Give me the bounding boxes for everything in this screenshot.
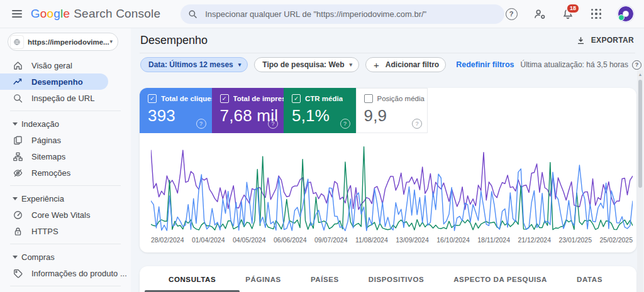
sidebar-section-compras[interactable]: Compras xyxy=(0,249,131,265)
sidebar-item-core-web-vitals[interactable]: Core Web Vitals xyxy=(0,207,131,223)
menu-icon[interactable] xyxy=(12,10,22,18)
x-tick-label: 11/08/2024 xyxy=(355,236,388,244)
metric-tile-total-de-cliques[interactable]: ✓Total de cliques393? xyxy=(140,88,212,133)
sidebar-item-remocoes[interactable]: Remoções xyxy=(0,165,131,181)
sidebar-section-experiencia[interactable]: Experiência xyxy=(0,190,131,207)
filter-bar: Data: Últimos 12 meses▾Tipo de pesquisa:… xyxy=(131,53,644,76)
product-name: Search Console xyxy=(74,7,160,21)
last-update-text: Última atualização: há 3,5 horas xyxy=(521,60,628,69)
metric-tile-ctr-media[interactable]: ✓CTR média5,1%? xyxy=(284,88,356,133)
sidebar-item-desempenho[interactable]: Desempenho xyxy=(0,73,108,90)
search-input[interactable] xyxy=(204,9,497,19)
sidebar-divider xyxy=(10,185,121,186)
tab-aspecto-da-pesquisa[interactable]: ASPECTO DA PESQUISA xyxy=(450,266,551,292)
sidebar-item-informacoes-do-produto[interactable]: Informações do produto ... xyxy=(0,265,131,281)
checkbox-checked-icon[interactable]: ✓ xyxy=(292,94,301,103)
help-icon[interactable]: ? xyxy=(412,119,422,129)
notifications-button[interactable]: 18 xyxy=(561,7,575,21)
sidebar-item-visao-geral[interactable]: Visão geral xyxy=(0,57,131,73)
x-tick-label: 18/11/2024 xyxy=(477,236,510,244)
info-icon[interactable]: ? xyxy=(632,60,641,70)
vertical-scrollbar[interactable]: ▲ xyxy=(637,70,643,292)
google-logo: Google xyxy=(31,7,70,21)
help-icon[interactable]: ? xyxy=(340,119,350,129)
plus-icon: + xyxy=(374,60,379,70)
sidebar-section-indexacao[interactable]: Indexação xyxy=(0,116,131,132)
checkbox-checked-icon[interactable]: ✓ xyxy=(148,94,157,103)
chevron-down-icon: ▾ xyxy=(350,62,353,68)
sidebar-divider xyxy=(10,244,121,244)
sidebar-item-sitemaps[interactable]: Sitemaps xyxy=(0,148,131,165)
x-tick-label: 16/10/2024 xyxy=(436,236,470,244)
x-tick-label: 13/09/2024 xyxy=(396,236,429,244)
sidebar-item-https[interactable]: HTTPS xyxy=(0,223,131,239)
core-web-vitals-icon xyxy=(13,210,23,220)
chevron-down-icon: ▾ xyxy=(109,39,113,45)
removals-icon xyxy=(13,168,23,178)
add-filter-button[interactable]: +Adicionar filtro xyxy=(365,57,446,72)
help-button[interactable]: ? xyxy=(504,7,518,21)
metric-tile-total-de-impresso[interactable]: ✓Total de impressõ...7,68 mil? xyxy=(212,88,284,133)
scroll-up-arrow[interactable]: ▲ xyxy=(637,70,643,77)
x-tick-label: 25/02/2025 xyxy=(599,236,633,244)
pages-icon xyxy=(13,135,23,146)
product-tag-icon xyxy=(13,268,23,279)
url-inspection-searchbar[interactable] xyxy=(180,4,504,24)
topbar-actions: ? 18 xyxy=(504,6,644,22)
tab-paginas[interactable]: PÁGINAS xyxy=(242,266,285,292)
page-header: Desempenho EXPORTAR xyxy=(131,28,644,53)
filter-chip-tipo-de-pesquisa[interactable]: Tipo de pesquisa: Web▾ xyxy=(254,57,359,72)
google-apps-button[interactable] xyxy=(589,7,603,21)
page-title: Desempenho xyxy=(140,34,208,47)
x-tick-label: 23/01/2025 xyxy=(558,236,592,244)
collapse-triangle-icon xyxy=(13,256,18,259)
property-favicon xyxy=(11,36,23,48)
sidebar-divider xyxy=(10,286,121,286)
metric-tile-posicao-media[interactable]: Posição média9,9? xyxy=(356,88,428,133)
sidebar-item-paginas[interactable]: Páginas xyxy=(0,132,131,148)
filter-chips: Data: Últimos 12 meses▾Tipo de pesquisa:… xyxy=(140,57,446,72)
collapse-triangle-icon xyxy=(13,197,18,200)
globe-icon xyxy=(13,38,21,46)
filter-chip-data[interactable]: Data: Últimos 12 meses▾ xyxy=(140,57,248,72)
top-app-bar: Google Search Console ? 18 xyxy=(0,0,644,28)
x-tick-label: 21/12/2024 xyxy=(518,236,551,244)
tab-dispositivos[interactable]: DISPOSITIVOS xyxy=(365,266,428,292)
main-content: Desempenho EXPORTAR Data: Últimos 12 mes… xyxy=(131,28,644,292)
property-label: https://imperiodovime.... xyxy=(28,38,109,46)
search-icon xyxy=(188,9,197,19)
x-tick-label: 09/07/2024 xyxy=(314,236,348,244)
dimension-tabs: CONSULTASPÁGINASPAÍSESDISPOSITIVOSASPECT… xyxy=(140,266,636,292)
performance-card: ✓Total de cliques393?✓Total de impressõ.… xyxy=(140,88,636,252)
export-button[interactable]: EXPORTAR xyxy=(576,36,634,45)
property-selector[interactable]: https://imperiodovime.... ▾ xyxy=(8,33,118,51)
scrollbar-thumb[interactable] xyxy=(638,80,642,188)
checkbox-unchecked-icon[interactable] xyxy=(364,94,373,103)
home-icon xyxy=(13,60,23,71)
x-tick-label: 06/06/2024 xyxy=(274,236,307,244)
sitemaps-icon xyxy=(13,151,23,162)
chevron-down-icon: ▾ xyxy=(238,62,242,68)
notification-badge: 18 xyxy=(566,3,580,14)
x-tick-label: 01/04/2024 xyxy=(192,236,225,244)
app-logo[interactable]: Google Search Console xyxy=(31,7,161,21)
sidebar-nav: Visão geralDesempenhoInspeção de URLInde… xyxy=(0,57,131,292)
dimensions-card: CONSULTASPÁGINASPAÍSESDISPOSITIVOSASPECT… xyxy=(140,266,636,292)
sidebar-item-inspecao-de-url[interactable]: Inspeção de URL xyxy=(0,90,131,106)
checkbox-checked-icon[interactable]: ✓ xyxy=(220,94,229,103)
help-icon[interactable]: ? xyxy=(268,119,278,129)
metrics-row: ✓Total de cliques393?✓Total de impressõ.… xyxy=(140,88,636,133)
help-icon[interactable]: ? xyxy=(196,119,206,129)
help-icon: ? xyxy=(506,8,518,20)
performance-chart xyxy=(151,142,633,234)
tab-paises[interactable]: PAÍSES xyxy=(307,266,343,292)
download-icon xyxy=(576,36,586,45)
tab-consultas[interactable]: CONSULTAS xyxy=(165,266,219,292)
user-settings-button[interactable] xyxy=(533,7,547,21)
collapse-triangle-icon xyxy=(13,122,18,126)
trending-up-icon xyxy=(13,77,23,87)
account-avatar[interactable] xyxy=(618,6,634,22)
x-tick-label: 04/05/2024 xyxy=(233,236,266,244)
tab-datas[interactable]: DATAS xyxy=(573,266,606,292)
reset-filters-link[interactable]: Redefinir filtros xyxy=(456,60,514,69)
